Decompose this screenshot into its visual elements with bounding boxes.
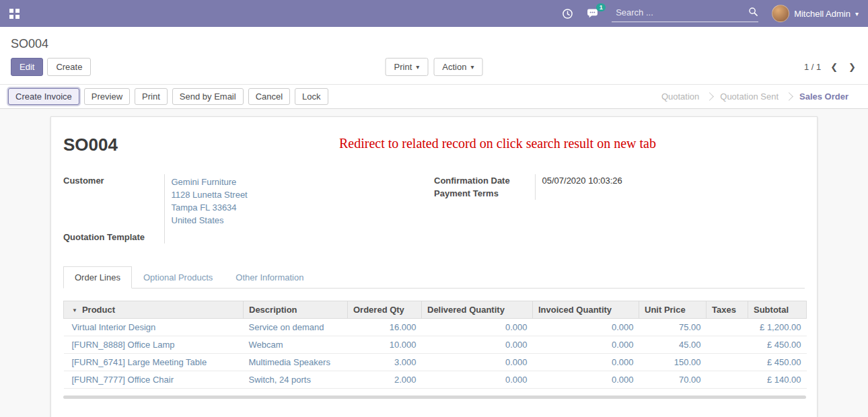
quotation-template-label: Quotation Template: [63, 228, 164, 243]
table-header-row: ▼Product Description Ordered Qty Deliver…: [64, 301, 807, 319]
state-quotation[interactable]: Quotation: [653, 91, 708, 102]
header-taxes[interactable]: Taxes: [707, 301, 748, 319]
cell-unit-price[interactable]: 70.00: [639, 371, 707, 389]
action-dropdown-button[interactable]: Action ▾: [433, 58, 482, 76]
sale-order-sheet: SO004 Redirect to related record on clic…: [50, 116, 818, 417]
tab-optional-products[interactable]: Optional Products: [132, 266, 224, 289]
lock-button[interactable]: Lock: [295, 88, 328, 105]
cell-description[interactable]: Switch, 24 ports: [244, 371, 348, 389]
left-field-group: Customer Gemini Furniture 1128 Lunetta S…: [63, 174, 434, 243]
search-input[interactable]: [612, 5, 748, 20]
user-menu[interactable]: Mitchell Admin ▾: [772, 5, 859, 22]
send-by-email-button[interactable]: Send by Email: [172, 88, 244, 105]
header-unit-price[interactable]: Unit Price: [639, 301, 707, 319]
page-title: SO004: [11, 37, 48, 50]
avatar: [772, 5, 789, 22]
cell-description[interactable]: Multimedia Speakers: [244, 354, 348, 371]
cell-invoiced-qty[interactable]: 0.000: [533, 319, 639, 336]
notebook: Order Lines Optional Products Other Info…: [63, 266, 805, 417]
cell-product[interactable]: [FURN_6741] Large Meeting Table: [64, 354, 244, 371]
cell-product[interactable]: [FURN_7777] Office Chair: [64, 371, 244, 389]
preview-button[interactable]: Preview: [84, 88, 130, 105]
cell-subtotal[interactable]: £ 140.00: [748, 371, 807, 389]
pager-next-button[interactable]: ❯: [847, 62, 857, 72]
customer-city[interactable]: Tampa FL 33634: [172, 201, 435, 214]
cell-subtotal[interactable]: £ 450.00: [748, 354, 807, 371]
statusbar: Create Invoice Preview Print Send by Ema…: [0, 84, 868, 109]
table-row[interactable]: [FURN_6741] Large Meeting Table Multimed…: [64, 354, 807, 371]
customer-street[interactable]: 1128 Lunetta Street: [172, 188, 435, 201]
cell-ordered-qty[interactable]: 10.000: [348, 336, 422, 354]
cell-taxes[interactable]: [707, 354, 748, 371]
cell-unit-price[interactable]: 45.00: [639, 336, 707, 354]
cell-taxes[interactable]: [707, 336, 748, 354]
cell-delivered-qty[interactable]: 0.000: [422, 354, 533, 371]
status-widget: Quotation Quotation Sent Sales Order: [653, 91, 868, 102]
tab-order-lines[interactable]: Order Lines: [63, 266, 132, 289]
header-ordered-qty[interactable]: Ordered Qty: [348, 301, 422, 319]
header-delivered-quantity[interactable]: Delivered Quantity: [422, 301, 533, 319]
messages-badge: 1: [596, 3, 606, 11]
search-icon[interactable]: [748, 7, 758, 19]
header-invoiced-quantity[interactable]: Invoiced Quantity: [533, 301, 639, 319]
cell-unit-price[interactable]: 150.00: [639, 354, 707, 371]
create-invoice-button[interactable]: Create Invoice: [8, 88, 79, 105]
cancel-button[interactable]: Cancel: [248, 88, 290, 105]
create-button[interactable]: Create: [47, 58, 91, 76]
state-sales-order[interactable]: Sales Order: [791, 91, 857, 102]
header-product[interactable]: ▼Product: [64, 301, 244, 319]
chevron-down-icon: ▾: [855, 10, 859, 17]
cell-invoiced-qty[interactable]: 0.000: [533, 371, 639, 389]
order-lines-table: ▼Product Description Ordered Qty Deliver…: [63, 301, 807, 389]
confirmation-date-label: Confirmation Date: [434, 174, 535, 187]
cell-ordered-qty[interactable]: 2.000: [348, 371, 422, 389]
tab-other-information[interactable]: Other Information: [224, 266, 315, 289]
form-view-content: SO004 Redirect to related record on clic…: [0, 109, 868, 417]
breadcrumb: SO004: [0, 27, 868, 52]
cell-description[interactable]: Service on demand: [244, 319, 348, 336]
action-label: Action: [442, 62, 466, 72]
user-name: Mitchell Admin: [794, 9, 851, 19]
print-dropdown-button[interactable]: Print ▾: [386, 58, 429, 76]
cell-delivered-qty[interactable]: 0.000: [422, 371, 533, 389]
customer-name[interactable]: Gemini Furniture: [172, 176, 435, 188]
pager-value: 1 / 1: [804, 62, 821, 72]
horizontal-scrollbar[interactable]: [63, 395, 806, 399]
edit-button[interactable]: Edit: [11, 58, 43, 76]
customer-country[interactable]: United States: [172, 214, 435, 227]
pager-previous-button[interactable]: ❮: [829, 62, 839, 72]
cell-product[interactable]: Virtual Interior Design: [64, 319, 244, 336]
header-subtotal[interactable]: Subtotal: [748, 301, 807, 319]
payment-terms-label: Payment Terms: [434, 187, 535, 200]
top-navbar: 1 Mitchell Admin ▾: [0, 0, 868, 27]
print-label: Print: [394, 62, 412, 72]
cell-product[interactable]: [FURN_8888] Office Lamp: [64, 336, 244, 354]
print-button[interactable]: Print: [135, 88, 168, 105]
table-row[interactable]: [FURN_8888] Office Lamp Webcam 10.000 0.…: [64, 336, 807, 354]
apps-menu-icon[interactable]: [9, 9, 20, 19]
header-description[interactable]: Description: [244, 301, 348, 319]
cell-taxes[interactable]: [707, 371, 748, 389]
customer-link[interactable]: Gemini Furniture 1128 Lunetta Street Tam…: [164, 174, 434, 228]
cell-delivered-qty[interactable]: 0.000: [422, 336, 533, 354]
cell-delivered-qty[interactable]: 0.000: [422, 319, 533, 336]
right-field-group: Confirmation Date 05/07/2020 10:03:26 Pa…: [434, 174, 805, 243]
table-row[interactable]: Virtual Interior Design Service on deman…: [64, 319, 807, 336]
cell-description[interactable]: Webcam: [244, 336, 348, 354]
messages-icon[interactable]: 1: [587, 8, 598, 20]
cell-ordered-qty[interactable]: 16.000: [348, 319, 422, 336]
navbar-search: [612, 5, 758, 22]
control-panel: Edit Create Print ▾ Action ▾ 1 / 1 ❮ ❯: [0, 52, 868, 84]
cell-subtotal[interactable]: £ 1,200.00: [748, 319, 807, 336]
cell-unit-price[interactable]: 75.00: [639, 319, 707, 336]
table-row[interactable]: [FURN_7777] Office Chair Switch, 24 port…: [64, 371, 807, 389]
chevron-down-icon: ▾: [416, 63, 419, 71]
cell-invoiced-qty[interactable]: 0.000: [533, 354, 639, 371]
cell-ordered-qty[interactable]: 3.000: [348, 354, 422, 371]
confirmation-date-value: 05/07/2020 10:03:26: [535, 174, 805, 187]
cell-subtotal[interactable]: £ 450.00: [748, 336, 807, 354]
cell-invoiced-qty[interactable]: 0.000: [533, 336, 639, 354]
activities-clock-icon[interactable]: [562, 8, 573, 20]
state-quotation-sent[interactable]: Quotation Sent: [711, 91, 787, 102]
cell-taxes[interactable]: [707, 319, 748, 336]
